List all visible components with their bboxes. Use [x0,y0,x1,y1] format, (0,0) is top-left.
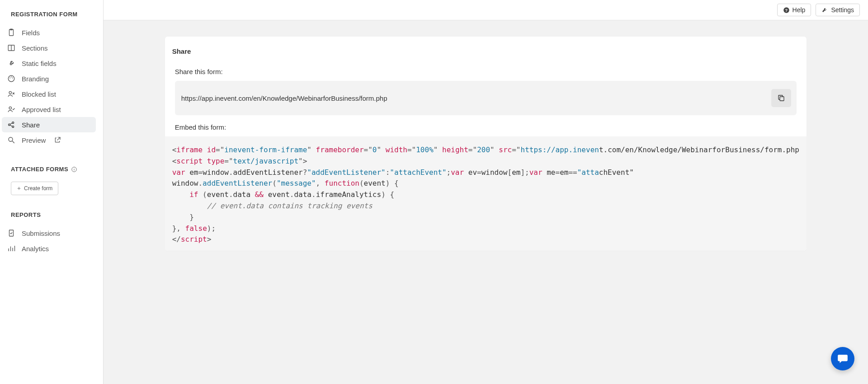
chat-icon [837,353,849,365]
card-title: Share [165,47,807,55]
svg-point-5 [9,78,10,79]
sidebar-item-label: Branding [22,75,49,83]
user-check-icon [7,105,15,113]
sidebar-item-label: Sections [22,44,48,52]
svg-point-6 [11,76,12,77]
svg-line-15 [10,123,12,124]
plus-icon [17,186,21,191]
sidebar: REGISTRATION FORM Fields Sections Static… [0,0,104,384]
sidebar-item-preview[interactable]: Preview [2,132,96,148]
sidebar-item-static-fields[interactable]: Static fields [2,56,96,71]
sidebar-item-label: Share [22,121,40,129]
share-form-label: Share this form: [165,68,807,75]
sidebar-item-branding[interactable]: Branding [2,71,96,86]
chart-icon [7,244,15,253]
embed-form-label: Embed this form: [165,123,807,131]
sidebar-item-label: Fields [22,29,40,37]
search-icon [7,136,15,144]
sidebar-item-approved-list[interactable]: Approved list [2,102,96,117]
copy-icon [777,94,785,102]
sidebar-item-label: Approved list [22,106,61,113]
share-url-box: https://app.inevent.com/en/Knowledge/Web… [175,81,797,115]
sidebar-item-sections[interactable]: Sections [2,40,96,56]
sidebar-item-blocked-list[interactable]: Blocked list [2,86,96,102]
svg-point-11 [9,107,11,109]
section-title-reports: REPORTS [11,211,98,218]
svg-text:?: ? [785,8,787,12]
external-link-icon [54,136,61,144]
share-card: Share Share this form: https://app.ineve… [165,37,807,251]
sidebar-item-label: Analytics [22,245,49,253]
copy-url-button[interactable] [771,89,791,107]
section-title-attached: ATTACHED FORMS [11,166,98,173]
svg-point-4 [8,75,14,82]
chat-fab[interactable] [831,347,854,370]
embed-code-block[interactable]: <iframe id="inevent-form-iframe" framebo… [165,136,807,251]
columns-icon [7,44,15,52]
svg-point-22 [74,168,75,168]
sidebar-item-label: Submissions [22,229,60,237]
sidebar-item-label: Blocked list [22,90,56,98]
sidebar-item-fields[interactable]: Fields [2,25,96,40]
section-title-registration: REGISTRATION FORM [11,11,98,18]
svg-point-7 [12,78,13,79]
wrench-icon [7,59,15,67]
svg-line-18 [12,141,14,143]
sidebar-item-label: Static fields [22,60,57,67]
sidebar-item-label: Preview [22,136,46,144]
clipboard-icon [7,28,15,37]
svg-line-19 [57,137,61,140]
share-url-text: https://app.inevent.com/en/Knowledge/Web… [181,94,387,102]
sidebar-item-share[interactable]: Share [2,117,96,132]
sidebar-item-submissions[interactable]: Submissions [2,225,96,241]
user-x-icon [7,90,15,98]
wrench-icon [821,7,828,14]
create-form-button[interactable]: Create form [11,182,58,195]
topbar: ? Help Settings [104,0,868,20]
svg-point-8 [9,91,11,94]
help-icon: ? [783,7,790,14]
main-area: ? Help Settings Share Share this form: h… [104,0,868,384]
sidebar-item-analytics[interactable]: Analytics [2,241,96,256]
content: Share Share this form: https://app.ineve… [104,20,868,384]
clipboard-check-icon [7,229,15,237]
svg-line-16 [10,125,12,126]
svg-rect-0 [9,29,14,36]
help-button[interactable]: ? Help [777,4,811,16]
svg-point-17 [9,137,13,141]
share-icon [7,121,15,129]
svg-rect-32 [780,97,784,101]
palette-icon [7,75,15,83]
settings-button[interactable]: Settings [816,4,860,16]
info-icon [71,166,77,173]
